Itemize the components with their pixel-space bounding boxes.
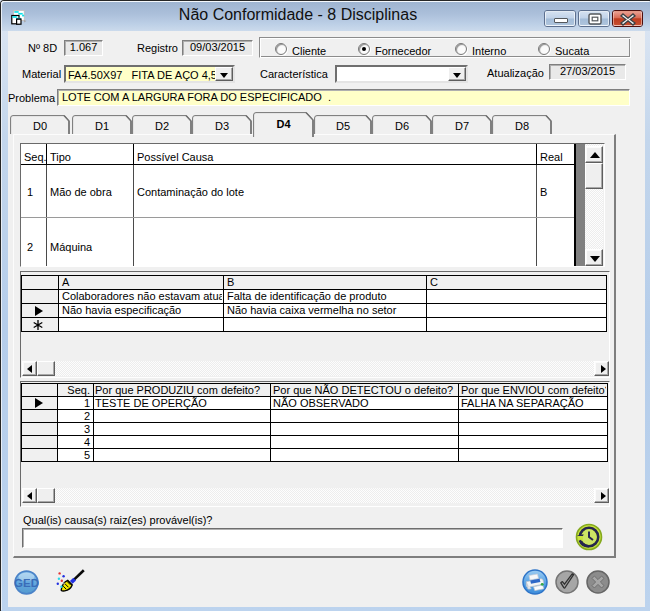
svg-text:GED: GED xyxy=(14,577,39,589)
svg-text:D7: D7 xyxy=(455,120,469,132)
svg-text:D4: D4 xyxy=(276,118,291,130)
svg-text:D2: D2 xyxy=(155,120,169,132)
svg-text:D8: D8 xyxy=(515,120,529,132)
svg-text:D0: D0 xyxy=(33,120,47,132)
svg-text:D5: D5 xyxy=(336,120,350,132)
svg-text:D3: D3 xyxy=(215,120,229,132)
svg-text:D6: D6 xyxy=(395,120,409,132)
svg-text:D1: D1 xyxy=(95,120,109,132)
